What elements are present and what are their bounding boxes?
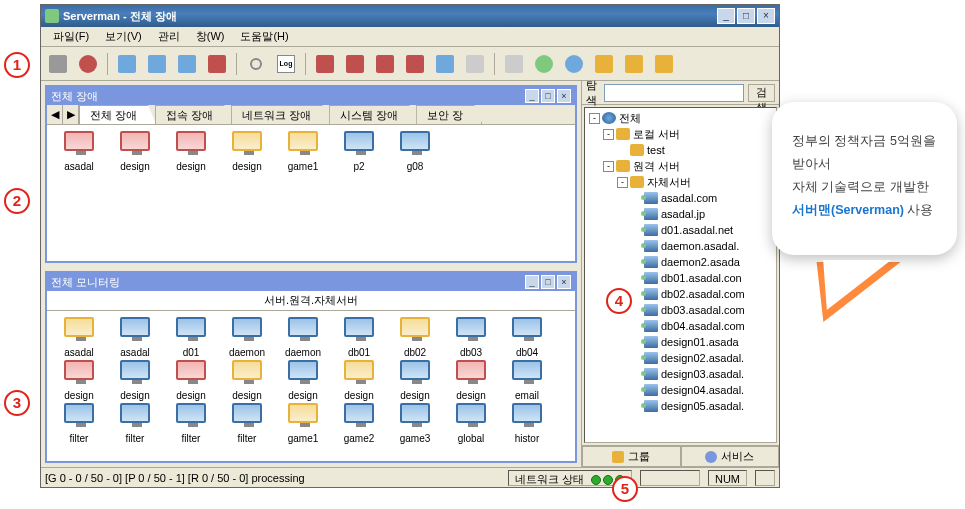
tab-group[interactable]: 그룹: [582, 446, 681, 467]
monitor-panel-titlebar[interactable]: 전체 모니터링 _ □ ×: [47, 273, 575, 291]
gear-blue-button[interactable]: [561, 51, 587, 77]
menu-item[interactable]: 도움말(H): [232, 27, 296, 46]
page-plain-button[interactable]: [462, 51, 488, 77]
help-button[interactable]: [651, 51, 677, 77]
server-item[interactable]: asadal: [53, 317, 105, 358]
server-item[interactable]: g08: [389, 131, 441, 172]
power-button[interactable]: [75, 51, 101, 77]
tree-node[interactable]: db01.asadal.con: [587, 270, 774, 286]
tree-node[interactable]: design01.asada: [587, 334, 774, 350]
server-item[interactable]: global: [445, 403, 497, 444]
panel-maximize-button[interactable]: □: [541, 275, 555, 289]
server-item[interactable]: filter: [221, 403, 273, 444]
tree-node[interactable]: test: [587, 142, 774, 158]
server-item[interactable]: game3: [389, 403, 441, 444]
server-item[interactable]: game1: [277, 131, 329, 172]
fault-tab[interactable]: 접속 장애: [155, 105, 232, 124]
expand-toggle-icon[interactable]: -: [603, 161, 614, 172]
panel-close-button[interactable]: ×: [557, 275, 571, 289]
server-item[interactable]: daemon: [277, 317, 329, 358]
gear-green-button[interactable]: [531, 51, 557, 77]
expand-toggle-icon[interactable]: -: [603, 129, 614, 140]
server-item[interactable]: design: [109, 360, 161, 401]
log-button[interactable]: Log: [273, 51, 299, 77]
fault-tab[interactable]: 네트워크 장애: [231, 105, 330, 124]
panel-minimize-button[interactable]: _: [525, 275, 539, 289]
tree-node[interactable]: -자체서버: [587, 174, 774, 190]
tree-node[interactable]: design04.asadal.: [587, 382, 774, 398]
server-item[interactable]: db01: [333, 317, 385, 358]
alert-red-button[interactable]: [312, 51, 338, 77]
tree-node[interactable]: daemon.asadal.: [587, 238, 774, 254]
tree-node[interactable]: asadal.com: [587, 190, 774, 206]
server-item[interactable]: design: [277, 360, 329, 401]
server-item[interactable]: design: [445, 360, 497, 401]
fault-tab[interactable]: 보안 장: [416, 105, 482, 124]
expand-toggle-icon[interactable]: [617, 145, 628, 156]
menu-item[interactable]: 파일(F): [45, 27, 97, 46]
tab-prev-button[interactable]: ◀: [47, 105, 63, 124]
server-item[interactable]: daemon: [221, 317, 273, 358]
server-item[interactable]: filter: [165, 403, 217, 444]
tree-node[interactable]: db04.asadal.com: [587, 318, 774, 334]
tree-node[interactable]: asadal.jp: [587, 206, 774, 222]
expand-toggle-icon[interactable]: -: [617, 177, 628, 188]
server-item[interactable]: game2: [333, 403, 385, 444]
alert-box-button[interactable]: [342, 51, 368, 77]
server-item[interactable]: design: [165, 131, 217, 172]
folder-button[interactable]: [621, 51, 647, 77]
fault-tab[interactable]: 시스템 장애: [329, 105, 417, 124]
server-item[interactable]: game1: [277, 403, 329, 444]
server-item[interactable]: d01: [165, 317, 217, 358]
tab-service[interactable]: 서비스: [681, 446, 780, 467]
page-stack-button[interactable]: [501, 51, 527, 77]
server-item[interactable]: email: [501, 360, 553, 401]
expand-toggle-icon[interactable]: -: [589, 113, 600, 124]
server-item[interactable]: design: [53, 360, 105, 401]
tree-node[interactable]: -로컬 서버: [587, 126, 774, 142]
menu-item[interactable]: 창(W): [188, 27, 233, 46]
titlebar[interactable]: Serverman - 전체 장애 _ □ ×: [41, 5, 779, 27]
server-item[interactable]: design: [109, 131, 161, 172]
disk-button[interactable]: [204, 51, 230, 77]
fault-tab[interactable]: 전체 장애: [79, 105, 156, 124]
panel-minimize-button[interactable]: _: [525, 89, 539, 103]
server-item[interactable]: design: [221, 360, 273, 401]
tab-next-button[interactable]: ▶: [63, 105, 79, 124]
server-item[interactable]: histor: [501, 403, 553, 444]
monitor-multi-button[interactable]: [174, 51, 200, 77]
tree-node[interactable]: design03.asadal.: [587, 366, 774, 382]
tree-node[interactable]: -전체: [587, 110, 774, 126]
page-blue-button[interactable]: [432, 51, 458, 77]
server-item[interactable]: db02: [389, 317, 441, 358]
search-button[interactable]: [243, 51, 269, 77]
monitor-single-button[interactable]: [144, 51, 170, 77]
tree-node[interactable]: d01.asadal.net: [587, 222, 774, 238]
server-item[interactable]: filter: [109, 403, 161, 444]
menu-item[interactable]: 관리: [150, 27, 188, 46]
alert-bell-button[interactable]: [372, 51, 398, 77]
server-item[interactable]: design: [333, 360, 385, 401]
server-item[interactable]: design: [389, 360, 441, 401]
panel-maximize-button[interactable]: □: [541, 89, 555, 103]
page-red-button[interactable]: [402, 51, 428, 77]
minimize-button[interactable]: _: [717, 8, 735, 24]
panel-close-button[interactable]: ×: [557, 89, 571, 103]
server-item[interactable]: db03: [445, 317, 497, 358]
server-item[interactable]: p2: [333, 131, 385, 172]
tree-node[interactable]: design05.asadal.: [587, 398, 774, 414]
close-button[interactable]: ×: [757, 8, 775, 24]
page-yellow-button[interactable]: [591, 51, 617, 77]
fault-panel-titlebar[interactable]: 전체 장애 _ □ ×: [47, 87, 575, 105]
search-button[interactable]: 검색: [748, 84, 776, 102]
maximize-button[interactable]: □: [737, 8, 755, 24]
server-item[interactable]: asadal: [53, 131, 105, 172]
server-tree[interactable]: -전체-로컬 서버test-원격 서버-자체서버asadal.comasadal…: [584, 107, 777, 443]
tree-node[interactable]: -원격 서버: [587, 158, 774, 174]
tree-node[interactable]: daemon2.asada: [587, 254, 774, 270]
tree-node[interactable]: design02.asadal.: [587, 350, 774, 366]
search-input[interactable]: [604, 84, 744, 102]
server-item[interactable]: filter: [53, 403, 105, 444]
back-button[interactable]: [45, 51, 71, 77]
server-item[interactable]: asadal: [109, 317, 161, 358]
